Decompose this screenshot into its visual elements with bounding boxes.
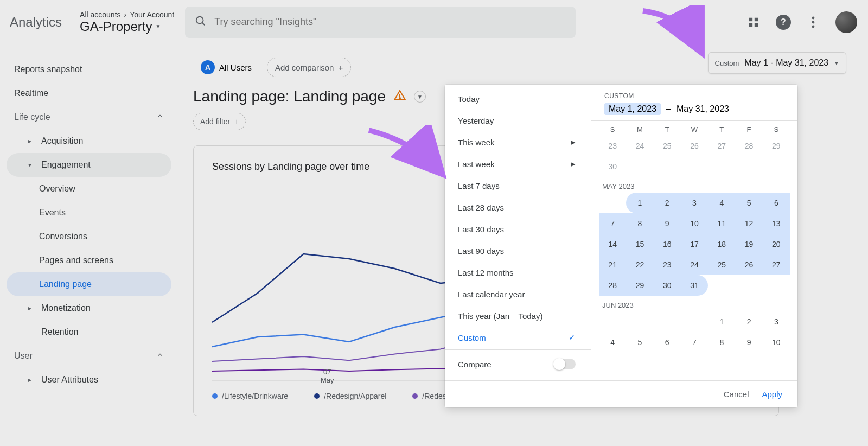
day-cell[interactable]: 15	[626, 234, 653, 254]
day-cell[interactable]: 16	[654, 234, 681, 254]
help-icon[interactable]: ?	[776, 15, 791, 30]
day-cell[interactable]: 7	[681, 332, 708, 353]
day-cell[interactable]: 24	[681, 254, 708, 275]
warning-icon[interactable]	[393, 89, 406, 104]
day-cell[interactable]: 13	[763, 213, 790, 234]
day-cell[interactable]: 18	[708, 234, 735, 254]
nav-engagement[interactable]: ▾Engagement	[7, 153, 171, 177]
preset-last28[interactable]: Last 28 days	[445, 196, 591, 218]
day-cell[interactable]: 16	[735, 353, 762, 360]
add-filter-button[interactable]: Add filter +	[193, 113, 246, 130]
nav-lifecycle-head[interactable]: Life cycle	[7, 105, 171, 129]
day-cell[interactable]: 3	[681, 193, 708, 213]
day-cell[interactable]: 14	[681, 353, 708, 360]
day-cell[interactable]: 4	[599, 332, 626, 353]
calendar-body[interactable]: SMTWTFS 2324252627282930 MAY 2023 123456…	[591, 121, 797, 360]
day-cell[interactable]: 14	[599, 234, 626, 254]
day-cell[interactable]: 26	[735, 254, 762, 275]
preset-last12m[interactable]: Last 12 months	[445, 262, 591, 283]
search-container[interactable]	[185, 7, 576, 38]
day-cell[interactable]: 15	[708, 353, 735, 360]
nav-conversions[interactable]: Conversions	[7, 225, 171, 249]
day-cell[interactable]: 20	[763, 234, 790, 254]
day-cell[interactable]: 26	[681, 136, 708, 156]
range-start[interactable]: May 1, 2023	[604, 103, 661, 115]
nav-user-attributes[interactable]: ▸User Attributes	[7, 368, 171, 392]
preset-thisyear[interactable]: This year (Jan – Today)	[445, 305, 591, 327]
day-cell[interactable]: 9	[735, 332, 762, 353]
day-cell[interactable]: 6	[654, 332, 681, 353]
day-cell[interactable]: 23	[599, 136, 626, 156]
day-cell[interactable]: 12	[626, 353, 653, 360]
preset-last90[interactable]: Last 90 days	[445, 240, 591, 262]
more-vert-icon[interactable]	[806, 15, 820, 29]
day-cell[interactable]: 4	[708, 193, 735, 213]
day-cell[interactable]: 27	[708, 136, 735, 156]
preset-this-week[interactable]: This week▸	[445, 131, 591, 153]
breadcrumb[interactable]: All accounts › Your Account	[80, 10, 174, 19]
day-cell[interactable]: 7	[599, 213, 626, 234]
date-range-selector[interactable]: Custom May 1 - May 31, 2023 ▼	[708, 52, 846, 74]
nav-retention[interactable]: ▸Retention	[7, 320, 171, 344]
day-cell[interactable]: 8	[708, 332, 735, 353]
apps-grid-icon[interactable]	[746, 15, 761, 29]
day-cell[interactable]: 29	[763, 136, 790, 156]
nav-acquisition[interactable]: ▸Acquisition	[7, 129, 171, 153]
day-cell[interactable]: 6	[763, 193, 790, 213]
day-cell[interactable]: 17	[763, 353, 790, 360]
preset-custom[interactable]: Custom✓	[445, 327, 591, 348]
nav-landing[interactable]: Landing page	[7, 272, 171, 296]
preset-compare[interactable]: Compare	[445, 351, 591, 377]
day-cell[interactable]: 30	[654, 275, 681, 296]
day-cell[interactable]: 3	[763, 311, 790, 332]
day-cell[interactable]: 21	[599, 254, 626, 275]
apply-button[interactable]: Apply	[762, 390, 782, 399]
legend-item-1[interactable]: /Lifestyle/Drinkware	[212, 392, 288, 400]
cancel-button[interactable]: Cancel	[724, 390, 749, 399]
day-cell[interactable]: 11	[708, 213, 735, 234]
day-cell[interactable]: 9	[654, 213, 681, 234]
preset-lastcal[interactable]: Last calendar year	[445, 283, 591, 305]
day-cell[interactable]: 5	[735, 193, 762, 213]
compare-toggle[interactable]	[554, 359, 576, 369]
search-input[interactable]	[214, 16, 566, 28]
range-end[interactable]: May 31, 2023	[676, 104, 729, 114]
day-cell[interactable]: 2	[735, 311, 762, 332]
day-cell[interactable]: 11	[599, 353, 626, 360]
day-cell[interactable]: 23	[654, 254, 681, 275]
day-cell[interactable]: 29	[626, 275, 653, 296]
preset-today[interactable]: Today	[445, 88, 591, 110]
nav-events[interactable]: Events	[7, 201, 171, 225]
nav-overview[interactable]: Overview	[7, 177, 171, 201]
nav-realtime[interactable]: Realtime	[7, 81, 171, 105]
day-cell[interactable]: 24	[626, 136, 653, 156]
day-cell[interactable]: 10	[763, 332, 790, 353]
day-cell[interactable]: 8	[626, 213, 653, 234]
day-cell[interactable]: 1	[626, 193, 653, 213]
day-cell[interactable]: 5	[626, 332, 653, 353]
day-cell[interactable]: 19	[735, 234, 762, 254]
day-cell[interactable]: 28	[599, 275, 626, 296]
day-cell[interactable]: 30	[599, 156, 626, 177]
day-cell[interactable]: 31	[681, 275, 708, 296]
day-cell[interactable]: 27	[763, 254, 790, 275]
day-cell[interactable]: 2	[654, 193, 681, 213]
day-cell[interactable]: 10	[681, 213, 708, 234]
day-cell[interactable]: 17	[681, 234, 708, 254]
preset-yesterday[interactable]: Yesterday	[445, 110, 591, 131]
property-selector[interactable]: GA-Property ▼	[80, 19, 174, 34]
day-cell[interactable]: 22	[626, 254, 653, 275]
day-cell[interactable]: 28	[735, 136, 762, 156]
legend-item-2[interactable]: /Redesign/Apparel	[314, 392, 386, 400]
day-cell[interactable]: 25	[708, 254, 735, 275]
day-cell[interactable]: 13	[654, 353, 681, 360]
preset-last7[interactable]: Last 7 days	[445, 175, 591, 196]
chip-all-users[interactable]: A All Users	[193, 58, 259, 77]
preset-last30[interactable]: Last 30 days	[445, 218, 591, 240]
title-caret-icon[interactable]: ▼	[414, 91, 426, 103]
nav-reports-snapshot[interactable]: Reports snapshot	[7, 58, 171, 81]
nav-monetization[interactable]: ▸Monetization	[7, 296, 171, 320]
preset-last-week[interactable]: Last week▸	[445, 153, 591, 175]
day-cell[interactable]: 1	[708, 311, 735, 332]
day-cell[interactable]: 12	[735, 213, 762, 234]
